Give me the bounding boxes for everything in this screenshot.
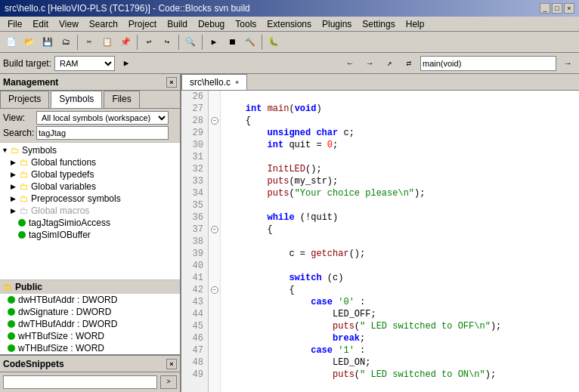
view-select[interactable]: All local symbols (workspace) xyxy=(36,111,169,125)
tree-global-functions[interactable]: ▶ 🗀 Global functions xyxy=(0,156,180,168)
build-run-button[interactable]: ▶ xyxy=(206,34,222,51)
code-line: LED_ON; xyxy=(224,357,576,369)
menu-project[interactable]: Project xyxy=(124,18,161,30)
stop-button[interactable]: ⏹ xyxy=(224,34,240,51)
save-button[interactable]: 💾 xyxy=(39,34,56,51)
left-panel-tabs: Projects Symbols Files xyxy=(0,91,180,109)
search-label: Search: xyxy=(3,128,33,138)
menu-build[interactable]: Build xyxy=(163,18,192,30)
tree-global-variables[interactable]: ▶ 🗀 Global variables xyxy=(0,181,180,193)
target-button[interactable]: ▶ xyxy=(118,55,135,72)
item-label: dwHTBufAddr : DWORD xyxy=(18,295,117,305)
symbol-filters: View: All local symbols (workspace) Sear… xyxy=(0,109,180,143)
code-line: puts(" LED switched to OFF\n"); xyxy=(224,320,576,332)
tree-tag-jtag-simio[interactable]: tagJtagSimioAccess xyxy=(0,217,180,229)
menu-view[interactable]: View xyxy=(54,18,83,30)
menu-edit[interactable]: Edit xyxy=(28,18,53,30)
code-tabs: src\hello.c × xyxy=(181,74,579,91)
minimize-button[interactable]: _ xyxy=(540,3,550,14)
code-line: puts(my_str); xyxy=(224,175,576,187)
collapse-37[interactable]: − xyxy=(209,224,220,236)
list-item[interactable]: wTHBufSize : WORD xyxy=(0,342,180,354)
close-button[interactable]: × xyxy=(564,3,574,14)
title-text: src\hello.c [HelloVIO-PLS (TC1796)] - Co… xyxy=(5,3,250,14)
nav-back-button[interactable]: ← xyxy=(342,55,358,72)
menu-extensions[interactable]: Extensions xyxy=(262,18,316,30)
folder-icon: 🗀 xyxy=(20,169,29,180)
cut-button[interactable]: ✂ xyxy=(81,34,98,51)
code-content[interactable]: int main(void) { unsigned char c; int qu… xyxy=(221,91,579,392)
tab-projects[interactable]: Projects xyxy=(0,91,49,108)
menu-debug[interactable]: Debug xyxy=(194,18,229,30)
symbol-tree: ▼ 🗀 Symbols ▶ 🗀 Global functions ▶ 🗀 Glo… xyxy=(0,143,180,279)
list-item[interactable]: dwTHBufAddr : DWORD xyxy=(0,318,180,330)
open-button[interactable]: 📂 xyxy=(21,34,38,51)
menu-search[interactable]: Search xyxy=(85,18,122,30)
toolbar-sep-5 xyxy=(262,35,262,50)
nav-fwd-button[interactable]: → xyxy=(361,55,378,72)
list-item[interactable]: wHTBufSize : WORD xyxy=(0,330,180,342)
code-line xyxy=(224,199,576,211)
code-tab-hello[interactable]: src\hello.c × xyxy=(181,74,247,90)
tree-tag-sim-io-buffer[interactable]: tagSimIOBuffer xyxy=(0,229,180,241)
menu-bar: File Edit View Search Project Build Debu… xyxy=(0,17,579,32)
toolbar-sep-2 xyxy=(137,35,138,50)
item-label: wHTBufSize : WORD xyxy=(18,331,104,341)
green-icon xyxy=(8,296,15,304)
menu-help[interactable]: Help xyxy=(401,18,429,30)
menu-plugins[interactable]: Plugins xyxy=(317,18,356,30)
snippets-header: CodeSnippets × xyxy=(0,356,180,372)
snippets-close-button[interactable]: × xyxy=(166,359,177,369)
menu-settings[interactable]: Settings xyxy=(358,18,399,30)
collapse-28[interactable]: − xyxy=(209,115,220,127)
save-all-button[interactable]: 🗂 xyxy=(57,34,74,51)
redo-button[interactable]: ↪ xyxy=(159,34,175,51)
tree-preprocessor[interactable]: ▶ 🗀 Preprocessor symbols xyxy=(0,193,180,205)
main-layout: Management × Projects Symbols Files View… xyxy=(0,74,579,392)
symbol-go-button[interactable]: → xyxy=(559,55,576,72)
symbol-filter-input[interactable] xyxy=(36,126,169,140)
code-tab-label: src\hello.c xyxy=(190,77,231,88)
left-panel: Management × Projects Symbols Files View… xyxy=(0,74,181,392)
paste-button[interactable]: 📌 xyxy=(117,34,134,51)
debug-button[interactable]: 🐛 xyxy=(265,34,282,51)
symbol-search-input[interactable] xyxy=(420,56,556,71)
build-button[interactable]: 🔨 xyxy=(242,34,259,51)
window-controls[interactable]: _ □ × xyxy=(540,3,574,14)
snippets-input[interactable] xyxy=(3,375,157,389)
tree-global-macros[interactable]: ▶ 🗀 Global macros xyxy=(0,205,180,217)
nav-jump-button[interactable]: ↗ xyxy=(381,55,398,72)
maximize-button[interactable]: □ xyxy=(552,3,562,14)
tree-global-typedefs[interactable]: ▶ 🗀 Global typedefs xyxy=(0,168,180,181)
green-icon xyxy=(8,344,15,352)
tree-item-label: Global functions xyxy=(31,157,96,168)
list-item[interactable]: dwSignature : DWORD xyxy=(0,306,180,318)
collapse-42[interactable]: − xyxy=(209,284,220,296)
expand-icon: ▶ xyxy=(11,207,18,215)
public-items: dwHTBufAddr : DWORD dwSignature : DWORD … xyxy=(0,294,180,354)
tree-root-symbols[interactable]: ▼ 🗀 Symbols xyxy=(0,144,180,156)
tab-symbols[interactable]: Symbols xyxy=(51,91,102,108)
code-line: case '0' : xyxy=(224,296,576,308)
management-close-button[interactable]: × xyxy=(166,77,177,88)
toolbar-sep-1 xyxy=(77,35,78,50)
toggle-button[interactable]: ⇄ xyxy=(401,55,417,72)
build-target-select[interactable]: RAM xyxy=(54,56,115,71)
search-button[interactable]: 🔍 xyxy=(182,34,199,51)
public-section: 🗀 Public dwHTBufAddr : DWORD dwSignature… xyxy=(0,279,180,354)
new-button[interactable]: 📄 xyxy=(3,34,20,51)
code-area: 26 27 28 29 30 31 32 33 34 35 36 37 38 3… xyxy=(181,91,579,392)
menu-file[interactable]: File xyxy=(3,18,26,30)
undo-button[interactable]: ↩ xyxy=(141,34,157,51)
copy-button[interactable]: 📋 xyxy=(99,34,116,51)
code-tab-close-button[interactable]: × xyxy=(235,79,239,86)
toolbar-main: 📄 📂 💾 🗂 ✂ 📋 📌 ↩ ↪ 🔍 ▶ ⏹ 🔨 🐛 xyxy=(0,32,579,53)
menu-tools[interactable]: Tools xyxy=(231,18,261,30)
tree-item-label: Preprocessor symbols xyxy=(31,193,121,204)
tab-files[interactable]: Files xyxy=(104,91,139,108)
code-line: InitLED(); xyxy=(224,163,576,175)
green-icon xyxy=(8,320,15,328)
snippets-add-button[interactable]: > xyxy=(160,375,177,389)
code-line: c = getchar(); xyxy=(224,248,576,260)
list-item[interactable]: dwHTBufAddr : DWORD xyxy=(0,294,180,306)
